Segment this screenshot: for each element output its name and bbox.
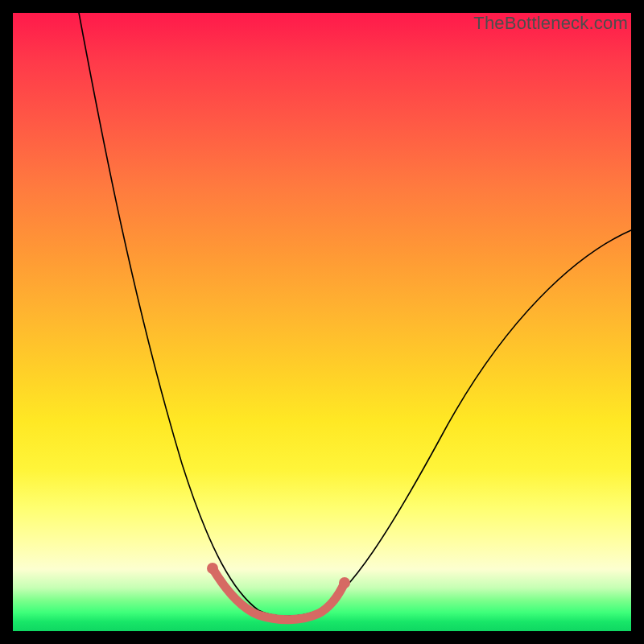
plot-area: TheBottleneck.com — [13, 13, 631, 631]
trough-segment — [213, 568, 345, 620]
chart-overlay — [13, 13, 631, 631]
trough-right-dot — [339, 577, 350, 588]
curve-black — [79, 13, 631, 617]
chart-frame: TheBottleneck.com — [0, 0, 644, 644]
